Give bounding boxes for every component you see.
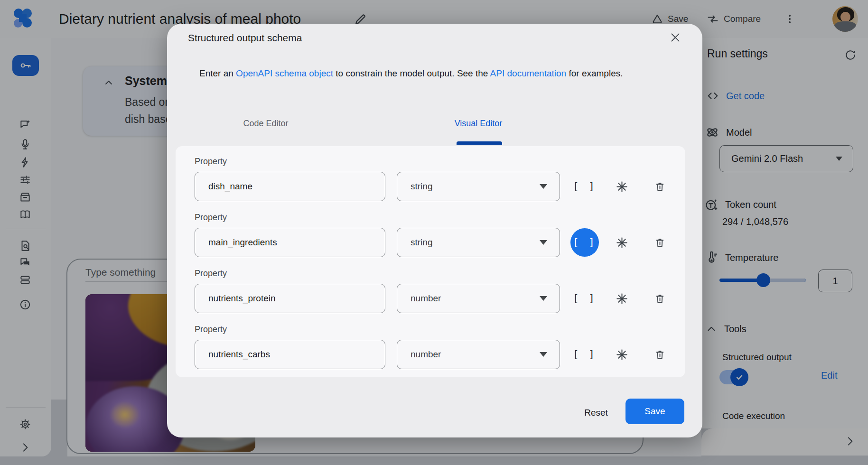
schema-properties-panel: Property string [ ]: [176, 146, 685, 377]
array-toggle-button[interactable]: [ ]: [570, 284, 599, 313]
trash-icon: [654, 293, 666, 305]
property-row: string [ ]: [176, 228, 685, 257]
required-toggle-button[interactable]: [607, 284, 636, 313]
property-type-value: number: [411, 349, 441, 360]
desc-text: to constrain the model output. See the: [333, 68, 490, 78]
property-type-value: string: [411, 237, 432, 248]
ai-studio-app: Dietary nutrient analysis of meal photo …: [0, 0, 868, 465]
property-name-input[interactable]: [195, 284, 385, 313]
reset-button[interactable]: Reset: [573, 402, 619, 423]
required-toggle-button[interactable]: [607, 172, 636, 201]
chevron-down-icon: [540, 352, 547, 357]
property-type-select[interactable]: number: [397, 284, 560, 313]
delete-property-button[interactable]: [645, 172, 674, 201]
chevron-down-icon: [540, 184, 547, 189]
modal-description: Enter an OpenAPI schema object to constr…: [199, 68, 679, 79]
desc-text: for examples.: [566, 68, 623, 78]
chevron-down-icon: [540, 296, 547, 301]
property-row: number [ ]: [176, 284, 685, 313]
openapi-schema-link[interactable]: OpenAPI schema object: [236, 68, 333, 78]
property-row: string [ ]: [176, 172, 685, 201]
property-row: number [ ]: [176, 340, 685, 369]
trash-icon: [654, 181, 666, 193]
tab-visual-editor[interactable]: Visual Editor: [455, 119, 503, 129]
structured-output-modal: Structured output schema Enter an OpenAP…: [167, 24, 702, 437]
property-label: Property: [195, 325, 227, 335]
array-toggle-button[interactable]: [ ]: [570, 172, 599, 201]
property-label: Property: [195, 157, 227, 167]
property-label: Property: [195, 213, 227, 223]
chevron-down-icon: [540, 240, 547, 245]
close-icon: [669, 31, 681, 44]
array-toggle-button[interactable]: [ ]: [570, 340, 599, 369]
tab-code-editor[interactable]: Code Editor: [243, 119, 288, 129]
asterisk-icon: [616, 292, 628, 305]
property-type-value: number: [411, 293, 441, 304]
property-name-input[interactable]: [195, 228, 385, 257]
active-tab-underline: [457, 141, 502, 145]
trash-icon: [654, 349, 666, 361]
property-type-value: string: [411, 181, 432, 192]
required-toggle-button[interactable]: [607, 228, 636, 257]
asterisk-icon: [616, 180, 628, 193]
array-toggle-button[interactable]: [ ]: [570, 228, 599, 257]
property-name-input[interactable]: [195, 340, 385, 369]
property-label: Property: [195, 269, 227, 279]
delete-property-button[interactable]: [645, 284, 674, 313]
modal-title: Structured output schema: [188, 31, 302, 45]
close-modal-button[interactable]: [668, 30, 682, 45]
desc-text: Enter an: [199, 68, 236, 78]
required-toggle-button[interactable]: [607, 340, 636, 369]
property-type-select[interactable]: number: [397, 340, 560, 369]
trash-icon: [654, 237, 666, 249]
delete-property-button[interactable]: [645, 228, 674, 257]
property-type-select[interactable]: string: [397, 172, 560, 201]
delete-property-button[interactable]: [645, 340, 674, 369]
api-documentation-link[interactable]: API documentation: [490, 68, 567, 78]
asterisk-icon: [616, 236, 628, 249]
property-name-input[interactable]: [195, 172, 385, 201]
asterisk-icon: [616, 348, 628, 361]
modal-save-button[interactable]: Save: [625, 399, 684, 424]
property-type-select[interactable]: string: [397, 228, 560, 257]
